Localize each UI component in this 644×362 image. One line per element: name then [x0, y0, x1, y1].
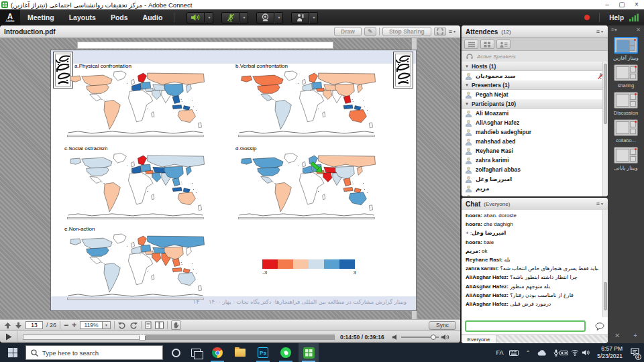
cortana-button[interactable] [166, 343, 185, 362]
speaker-button[interactable] [186, 12, 205, 23]
grid-view-button[interactable] [480, 40, 494, 49]
hand-tool-button[interactable] [171, 320, 181, 330]
two-page-view-button[interactable] [155, 321, 164, 329]
attendee-group-header[interactable]: ▼Presenters (1) [462, 80, 608, 90]
menu-pods[interactable]: Pods [103, 13, 136, 21]
microphone-dropdown[interactable]: ▼ [239, 12, 248, 23]
speaker-dropdown[interactable]: ▼ [205, 12, 213, 23]
attendee-row[interactable]: AliAsghar Hafez [462, 118, 608, 127]
chat-input[interactable] [465, 320, 586, 332]
undo-button[interactable] [118, 322, 126, 329]
hidden-icons-chevron[interactable]: ⌃ [522, 343, 534, 362]
volume-slider[interactable] [401, 337, 439, 338]
chat-message: مریم: ok [466, 248, 598, 255]
volume-loud-icon[interactable] [441, 334, 449, 341]
single-page-view-button[interactable] [145, 321, 152, 329]
minimize-button[interactable]: – [600, 0, 614, 9]
people-view-button[interactable] [496, 40, 511, 49]
play-button[interactable] [0, 331, 17, 343]
taskbar-chrome[interactable] [208, 343, 227, 362]
layout-item[interactable]: collabo... [608, 119, 644, 143]
attendee-row[interactable]: mahshad abed [462, 137, 608, 146]
zoom-out-button[interactable]: − [64, 320, 68, 330]
wifi-icon[interactable] [569, 343, 581, 362]
attendee-row[interactable]: امیررضا وغل [462, 174, 608, 184]
close-button[interactable]: × [629, 0, 644, 9]
playback-handle[interactable] [139, 334, 146, 341]
pen-tool-button[interactable]: ✎ [364, 27, 376, 36]
attendee-group-header[interactable]: ▼Participants (10) [462, 99, 608, 109]
taskbar-clock[interactable]: 6:57 PM 5/23/2021 [592, 345, 623, 360]
layouts-add-button[interactable]: + [633, 332, 637, 339]
tray-device-icon[interactable] [557, 343, 570, 362]
page-up-button[interactable] [4, 322, 11, 329]
volume-knob[interactable] [431, 335, 436, 340]
action-center-button[interactable]: 4 [627, 343, 643, 362]
webcam-button[interactable] [256, 12, 274, 23]
attendee-row[interactable]: zahra karimi [462, 156, 608, 165]
page-number-input[interactable] [25, 321, 43, 329]
draw-button[interactable]: Draw [334, 27, 362, 36]
attendee-row[interactable]: Pegah Nejat [462, 90, 608, 99]
attendees-count: (12) [501, 29, 511, 35]
page-down-button[interactable] [15, 322, 22, 329]
chat-tab-everyone[interactable]: Everyone [462, 335, 496, 343]
chat-scrollbar[interactable] [602, 210, 608, 317]
layouts-delete-button[interactable]: ✕ [614, 332, 620, 339]
tray-volume-icon[interactable] [581, 343, 592, 362]
attendee-row-partial[interactable] [462, 193, 608, 196]
attendee-row[interactable]: سید محمودیان [462, 71, 608, 80]
raise-hand-dropdown[interactable]: ▼ [309, 12, 318, 23]
webcam-dropdown[interactable]: ▼ [274, 12, 283, 23]
zoom-in-button[interactable]: + [72, 320, 76, 330]
layout-thumbnail[interactable] [614, 92, 638, 109]
volume-mute-icon[interactable] [392, 334, 398, 341]
attendee-row[interactable]: zolfaghari abbas [462, 165, 608, 174]
playback-progress-bar[interactable] [23, 335, 335, 340]
taskbar-search[interactable]: Type here to search [25, 345, 163, 360]
fullscreen-button[interactable] [434, 27, 446, 36]
keyboard-icon[interactable] [507, 343, 521, 362]
taskbar-file-explorer[interactable] [231, 343, 250, 362]
send-message-button[interactable] [593, 320, 606, 333]
layout-item[interactable]: وبینار آغازین [608, 37, 644, 61]
layout-thumbnail[interactable] [614, 37, 638, 54]
attendee-row[interactable]: Ali Moazami [462, 109, 608, 118]
layout-thumbnail[interactable] [614, 147, 638, 164]
layout-thumbnail[interactable] [614, 64, 638, 81]
help-menu[interactable]: Help [609, 14, 624, 21]
attendee-row[interactable]: Reyhane Rasi [462, 146, 608, 156]
start-button[interactable] [0, 343, 25, 362]
stop-sharing-button[interactable]: Stop Sharing [382, 27, 431, 36]
attendees-options-menu[interactable]: ≡▼ [596, 28, 604, 35]
attendee-row[interactable]: مریم [462, 184, 608, 193]
layout-item[interactable]: وبینار پایانی [608, 147, 644, 171]
layout-thumbnail[interactable] [614, 119, 638, 136]
onedrive-icon[interactable] [535, 343, 549, 362]
taskbar-photoshop[interactable]: Ps [254, 343, 272, 362]
attendees-scrollbar[interactable] [602, 62, 608, 196]
sync-button[interactable]: Sync [429, 321, 456, 330]
pod-options-menu[interactable]: ≡▼ [449, 28, 456, 35]
taskbar-whatsapp[interactable] [276, 343, 295, 362]
tray-language[interactable]: FA [494, 343, 506, 362]
zoom-dropdown[interactable]: ▼ [103, 321, 111, 329]
legend-swatch [293, 259, 309, 269]
list-view-button[interactable] [464, 40, 478, 49]
chat-options-menu[interactable]: ≡▼ [596, 200, 604, 207]
attendee-group-header[interactable]: ▼Hosts (1) [462, 62, 608, 71]
maximize-button[interactable]: ▢ [614, 0, 629, 9]
menu-layouts[interactable]: Layouts [62, 13, 103, 21]
raise-hand-button[interactable] [291, 12, 309, 23]
layouts-close-icon[interactable]: ✕ [636, 27, 641, 33]
microphone-button[interactable] [221, 12, 239, 23]
menu-meeting[interactable]: Meeting [20, 13, 62, 21]
taskbar-adobe-connect[interactable] [299, 343, 319, 362]
redo-button[interactable] [129, 322, 138, 329]
layout-item[interactable]: sharing [608, 64, 644, 88]
task-view-button[interactable] [186, 343, 205, 362]
layouts-options-menu[interactable]: ≡▾ [611, 27, 617, 33]
attendee-row[interactable]: mahdieb sadeghipur [462, 127, 608, 137]
menu-audio[interactable]: Audio [136, 13, 170, 21]
layout-item[interactable]: Discussion [608, 92, 644, 116]
